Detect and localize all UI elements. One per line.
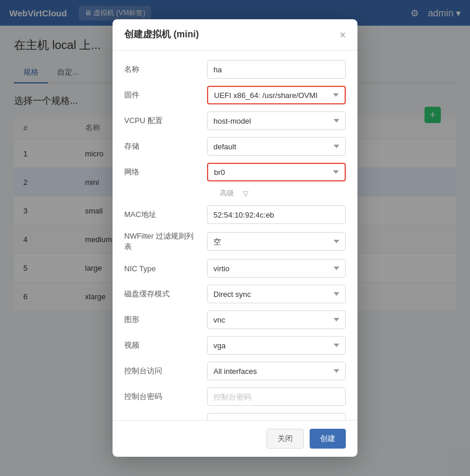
storage-select[interactable]: default — [207, 137, 346, 156]
field-video-row: 视频 vga virtio — [124, 336, 346, 355]
graphics-select[interactable]: vnc spice — [207, 310, 346, 329]
cdrom-select[interactable]: sata ide — [207, 413, 346, 420]
network-select[interactable]: br0 default — [207, 163, 346, 181]
field-mac-row: MAC地址 — [124, 205, 346, 224]
disk-cache-select[interactable]: Direct sync none writeback — [207, 285, 346, 303]
name-input[interactable] — [207, 60, 346, 79]
chevron-down-icon: ▽ — [243, 190, 248, 198]
field-network-row: 网络 br0 default — [124, 163, 346, 181]
vcpu-select[interactable]: host-model custom — [207, 111, 346, 130]
disk-cache-label: 磁盘缓存模式 — [124, 289, 200, 299]
modal-body: 名称 固件 UEFI x86_64: /usr/share/OVMI BIOS … — [113, 51, 357, 420]
console-pwd-label: 控制台密码 — [124, 391, 200, 402]
vcpu-label: VCPU 配置 — [124, 116, 200, 126]
field-nic-type-row: NIC Type virtio e1000 — [124, 259, 346, 278]
nwfilter-select[interactable]: 空 — [207, 232, 346, 251]
video-select[interactable]: vga virtio — [207, 336, 346, 355]
graphics-label: 图形 — [124, 314, 200, 325]
mac-label: MAC地址 — [124, 209, 200, 220]
create-button[interactable]: 创建 — [310, 429, 346, 449]
storage-label: 存储 — [124, 141, 200, 152]
console-pwd-input[interactable] — [207, 387, 346, 406]
field-disk-cache-row: 磁盘缓存模式 Direct sync none writeback — [124, 285, 346, 303]
console-label: 控制台访问 — [124, 366, 200, 376]
firmware-label: 固件 — [124, 90, 200, 100]
field-firmware-row: 固件 UEFI x86_64: /usr/share/OVMI BIOS — [124, 86, 346, 104]
mac-input[interactable] — [207, 205, 346, 224]
firmware-select[interactable]: UEFI x86_64: /usr/share/OVMI BIOS — [207, 86, 346, 104]
nwfilter-label: NWFilter 过滤规则列表 — [124, 231, 200, 252]
modal-overlay[interactable]: 创建虚拟机 (mini) × 名称 固件 UEFI x86_64: /usr/s… — [0, 0, 470, 476]
field-vcpu-row: VCPU 配置 host-model custom — [124, 111, 346, 130]
modal-footer: 关闭 创建 — [113, 420, 357, 457]
modal-close-button[interactable]: × — [339, 30, 346, 40]
video-label: 视频 — [124, 340, 200, 351]
close-button[interactable]: 关闭 — [266, 429, 304, 449]
modal-header: 创建虚拟机 (mini) × — [113, 19, 357, 51]
nic-type-select[interactable]: virtio e1000 — [207, 259, 346, 278]
console-select[interactable]: All interfaces localhost — [207, 362, 346, 380]
create-vm-modal: 创建虚拟机 (mini) × 名称 固件 UEFI x86_64: /usr/s… — [113, 19, 357, 457]
nic-type-label: NIC Type — [124, 264, 200, 273]
name-label: 名称 — [124, 64, 200, 75]
network-label: 网络 — [124, 167, 200, 177]
field-graphics-row: 图形 vnc spice — [124, 310, 346, 329]
field-cdrom-row: Add CD-Rom sata ide — [124, 413, 346, 420]
advanced-label: 高级 — [220, 188, 234, 198]
advanced-toggle-row[interactable]: 高级 ▽ — [124, 188, 346, 198]
modal-title: 创建虚拟机 (mini) — [124, 29, 199, 41]
field-name-row: 名称 — [124, 60, 346, 79]
field-console-pwd-row: 控制台密码 — [124, 387, 346, 406]
field-console-row: 控制台访问 All interfaces localhost — [124, 362, 346, 380]
field-storage-row: 存储 default — [124, 137, 346, 156]
field-nwfilter-row: NWFilter 过滤规则列表 空 — [124, 231, 346, 252]
